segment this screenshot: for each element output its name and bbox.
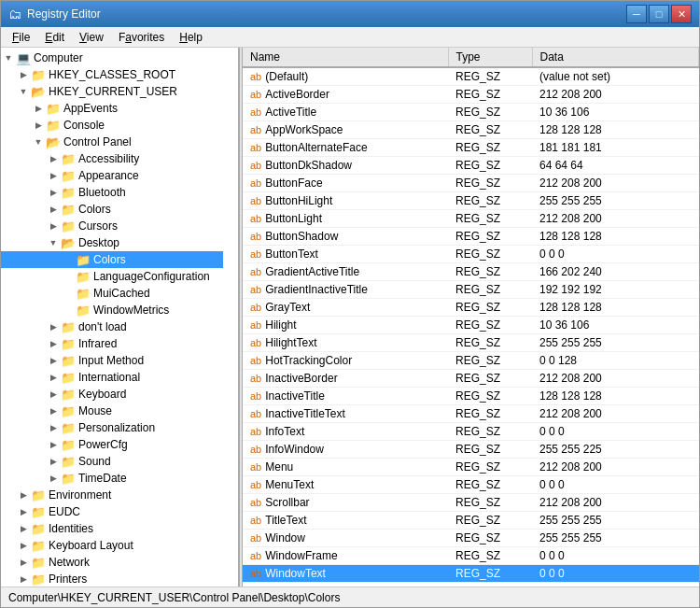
tree-expander[interactable]: ▶ — [46, 151, 61, 166]
table-row[interactable]: abWindowFrameREG_SZ0 0 0 — [243, 547, 699, 565]
tree-expander[interactable]: ▶ — [16, 555, 31, 570]
tree-item-computer[interactable]: ▼💻Computer — [1, 49, 223, 66]
menu-view[interactable]: View — [72, 29, 111, 46]
tree-expander[interactable]: ▶ — [16, 504, 31, 519]
col-data[interactable]: Data — [532, 48, 699, 67]
tree-item-international[interactable]: ▶📁International — [1, 369, 223, 386]
tree-item-console[interactable]: ▶📁Console — [1, 117, 223, 134]
tree-item-keyboard_layout[interactable]: ▶📁Keyboard Layout — [1, 537, 223, 554]
table-row[interactable]: abButtonShadowREG_SZ128 128 128 — [243, 228, 699, 246]
tree-item-hkey_classes_root[interactable]: ▶📁HKEY_CLASSES_ROOT — [1, 66, 223, 83]
table-row[interactable]: abAppWorkSpaceREG_SZ128 128 128 — [243, 121, 699, 139]
tree-expander[interactable]: ▶ — [46, 202, 61, 217]
tree-expander[interactable]: ▶ — [46, 387, 61, 402]
table-row[interactable]: abMenuTextREG_SZ0 0 0 — [243, 476, 699, 494]
tree-item-appevents[interactable]: ▶📁AppEvents — [1, 100, 223, 117]
tree-expander[interactable]: ▶ — [46, 437, 61, 452]
tree-item-network[interactable]: ▶📁Network — [1, 554, 223, 571]
tree-expander[interactable]: ▶ — [31, 118, 46, 133]
tree-item-eudc[interactable]: ▶📁EUDC — [1, 503, 223, 520]
tree-panel[interactable]: ▼💻Computer▶📁HKEY_CLASSES_ROOT▼📂HKEY_CURR… — [1, 48, 239, 587]
tree-item-powercfg[interactable]: ▶📁PowerCfg — [1, 436, 223, 453]
tree-expander[interactable]: ▶ — [46, 319, 61, 334]
table-row[interactable]: abButtonFaceREG_SZ212 208 200 — [243, 175, 699, 192]
menu-help[interactable]: Help — [172, 29, 210, 46]
tree-expander[interactable] — [61, 286, 76, 301]
tree-expander[interactable] — [61, 269, 76, 284]
tree-item-dont_load[interactable]: ▶📁don't load — [1, 318, 223, 335]
table-row[interactable]: abWindowTextREG_SZ0 0 0 — [243, 565, 699, 583]
tree-expander[interactable]: ▶ — [46, 353, 61, 368]
tree-expander[interactable] — [61, 252, 76, 267]
table-row[interactable]: abActiveTitleREG_SZ10 36 106 — [243, 104, 699, 121]
tree-item-mouse[interactable]: ▶📁Mouse — [1, 403, 223, 419]
tree-expander[interactable]: ▶ — [46, 336, 61, 351]
tree-expander[interactable]: ▶ — [46, 185, 61, 200]
table-row[interactable]: abTitleTextREG_SZ255 255 255 — [243, 512, 699, 530]
table-row[interactable]: abInfoTextREG_SZ0 0 0 — [243, 423, 699, 441]
table-row[interactable]: abActiveBorderREG_SZ212 208 200 — [243, 86, 699, 104]
col-name[interactable]: Name — [243, 48, 448, 67]
tree-item-environment[interactable]: ▶📁Environment — [1, 487, 223, 503]
table-row[interactable]: ab(Default)REG_SZ(value not set) — [243, 67, 699, 86]
tree-item-timedate[interactable]: ▶📁TimeDate — [1, 470, 223, 487]
tree-expander[interactable]: ▶ — [16, 488, 31, 502]
tree-expander[interactable]: ▼ — [16, 84, 31, 99]
tree-item-identities[interactable]: ▶📁Identities — [1, 520, 223, 537]
table-row[interactable]: abHotTrackingColorREG_SZ0 0 128 — [243, 352, 699, 370]
table-row[interactable]: abGradientActiveTitleREG_SZ166 202 240 — [243, 263, 699, 281]
tree-item-window_metrics[interactable]: 📁WindowMetrics — [1, 302, 223, 318]
tree-item-hkey_current_user[interactable]: ▼📂HKEY_CURRENT_USER — [1, 83, 223, 100]
table-row[interactable]: abInactiveBorderREG_SZ212 208 200 — [243, 370, 699, 388]
tree-item-keyboard[interactable]: ▶📁Keyboard — [1, 386, 223, 403]
tree-expander[interactable]: ▶ — [16, 572, 31, 587]
tree-item-infrared[interactable]: ▶📁Infrared — [1, 335, 223, 352]
menu-file[interactable]: File — [5, 29, 37, 46]
tree-item-appearance[interactable]: ▶📁Appearance — [1, 167, 223, 184]
table-row[interactable]: abGrayTextREG_SZ128 128 128 — [243, 299, 699, 317]
table-row[interactable]: abMenuREG_SZ212 208 200 — [243, 459, 699, 476]
col-type[interactable]: Type — [448, 48, 532, 67]
table-row[interactable]: abButtonLightREG_SZ212 208 200 — [243, 210, 699, 228]
tree-expander[interactable]: ▶ — [31, 101, 46, 116]
tree-expander[interactable]: ▶ — [46, 471, 61, 486]
table-row[interactable]: abHilightTextREG_SZ255 255 255 — [243, 334, 699, 352]
tree-expander[interactable] — [61, 303, 76, 318]
tree-item-personalization[interactable]: ▶📁Personalization — [1, 419, 223, 436]
tree-item-sound[interactable]: ▶📁Sound — [1, 453, 223, 470]
close-button[interactable]: ✕ — [671, 5, 692, 23]
tree-item-language_config[interactable]: 📁LanguageConfiguration — [1, 268, 223, 285]
tree-expander[interactable]: ▶ — [46, 370, 61, 385]
tree-item-bluetooth[interactable]: ▶📁Bluetooth — [1, 184, 223, 201]
table-row[interactable]: abButtonHiLightREG_SZ255 255 255 — [243, 192, 699, 210]
tree-expander[interactable]: ▶ — [46, 219, 61, 233]
tree-expander[interactable]: ▶ — [16, 67, 31, 82]
registry-values-panel[interactable]: Name Type Data ab(Default)REG_SZ(value n… — [243, 48, 699, 587]
tree-item-desktop[interactable]: ▼📂Desktop — [1, 234, 223, 251]
menu-edit[interactable]: Edit — [37, 29, 72, 46]
table-row[interactable]: abInfoWindowREG_SZ255 255 225 — [243, 441, 699, 459]
table-row[interactable]: abGradientInactiveTitleREG_SZ192 192 192 — [243, 281, 699, 299]
tree-expander[interactable]: ▶ — [46, 168, 61, 183]
table-row[interactable]: abHilightREG_SZ10 36 106 — [243, 317, 699, 334]
menu-favorites[interactable]: Favorites — [111, 29, 172, 46]
tree-expander[interactable]: ▼ — [31, 134, 46, 149]
table-row[interactable]: abInactiveTitleREG_SZ128 128 128 — [243, 388, 699, 405]
tree-item-input_method[interactable]: ▶📁Input Method — [1, 352, 223, 369]
tree-expander[interactable]: ▶ — [46, 403, 61, 418]
table-row[interactable]: abButtonDkShadowREG_SZ64 64 64 — [243, 157, 699, 175]
tree-item-muicached[interactable]: 📁MuiCached — [1, 285, 223, 302]
tree-item-printers[interactable]: ▶📁Printers — [1, 571, 223, 587]
table-row[interactable]: abScrollbarREG_SZ212 208 200 — [243, 494, 699, 512]
tree-expander[interactable]: ▶ — [16, 521, 31, 536]
tree-item-colors[interactable]: ▶📁Colors — [1, 201, 223, 218]
table-row[interactable]: abInactiveTitleTextREG_SZ212 208 200 — [243, 405, 699, 423]
tree-expander[interactable]: ▼ — [46, 235, 61, 250]
minimize-button[interactable]: ─ — [626, 5, 647, 23]
table-row[interactable]: abButtonAlternateFaceREG_SZ181 181 181 — [243, 139, 699, 157]
table-row[interactable]: abWindowREG_SZ255 255 255 — [243, 530, 699, 547]
tree-item-accessibility[interactable]: ▶📁Accessibility — [1, 150, 223, 167]
tree-item-control_panel[interactable]: ▼📂Control Panel — [1, 134, 223, 150]
tree-expander[interactable]: ▶ — [16, 538, 31, 553]
tree-item-desktop_colors[interactable]: 📁Colors — [1, 251, 223, 268]
